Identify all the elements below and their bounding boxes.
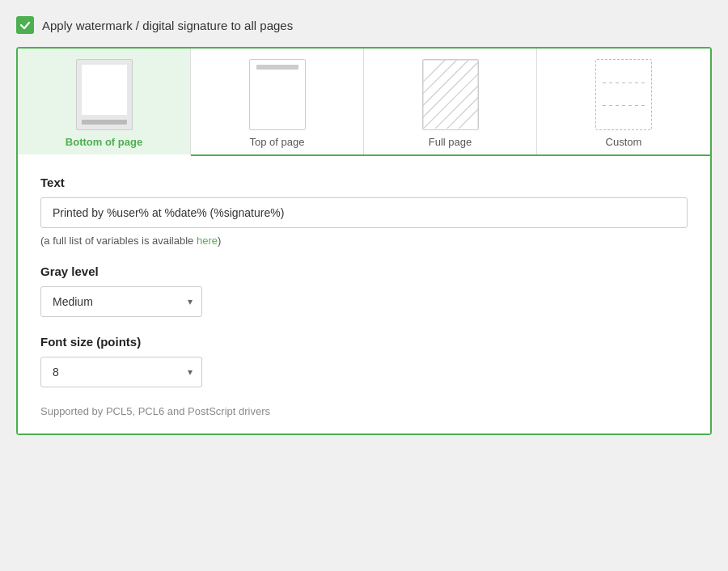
tabs-row: Bottom of page Top of page [18,49,710,156]
tab-top-icon-wrapper [245,58,310,131]
header-row: Apply watermark / digital signature to a… [16,16,712,34]
top-page-icon [249,59,306,130]
hint-suffix: ) [218,235,221,247]
text-section-label: Text [40,176,688,189]
tab-top-label: Top of page [250,136,305,148]
font-size-label: Font size (points) [40,335,688,349]
gray-level-select[interactable]: Light Medium Dark [40,286,202,317]
tab-custom[interactable]: Custom [537,49,710,154]
tab-full[interactable]: Full page [364,49,537,154]
full-page-icon [422,59,479,130]
bottom-page-icon [76,59,133,130]
apply-watermark-checkbox[interactable] [16,16,34,34]
gray-level-select-wrapper: Light Medium Dark ▾ [40,286,202,317]
tab-full-label: Full page [429,136,472,148]
gray-level-section: Gray level Light Medium Dark ▾ [40,264,688,317]
tab-bottom-icon-wrapper [72,58,137,131]
tab-custom-icon-wrapper [591,58,656,131]
page-wrapper: Apply watermark / digital signature to a… [16,16,712,435]
tab-top[interactable]: Top of page [191,49,364,154]
tab-bottom[interactable]: Bottom of page [18,49,191,156]
hint-prefix: (a full list of variables is available [40,235,197,247]
font-size-section: Font size (points) 6 7 8 9 10 12 14 ▾ [40,335,688,387]
font-size-select[interactable]: 6 7 8 9 10 12 14 [40,357,202,387]
tab-custom-label: Custom [606,136,642,148]
main-panel: Bottom of page Top of page [16,47,712,435]
header-label: Apply watermark / digital signature to a… [42,19,293,32]
watermark-text-input[interactable] [40,197,688,228]
tab-bottom-label: Bottom of page [66,136,142,148]
gray-level-label: Gray level [40,264,688,278]
tab-full-icon-wrapper [418,58,483,131]
footer-note: Supported by PCL5, PCL6 and PostScript d… [40,405,688,417]
font-size-select-wrapper: 6 7 8 9 10 12 14 ▾ [40,357,202,387]
hint-text: (a full list of variables is available h… [40,235,688,247]
hint-link[interactable]: here [197,235,218,247]
custom-page-icon [595,59,652,130]
content-area: Text (a full list of variables is availa… [18,156,710,434]
